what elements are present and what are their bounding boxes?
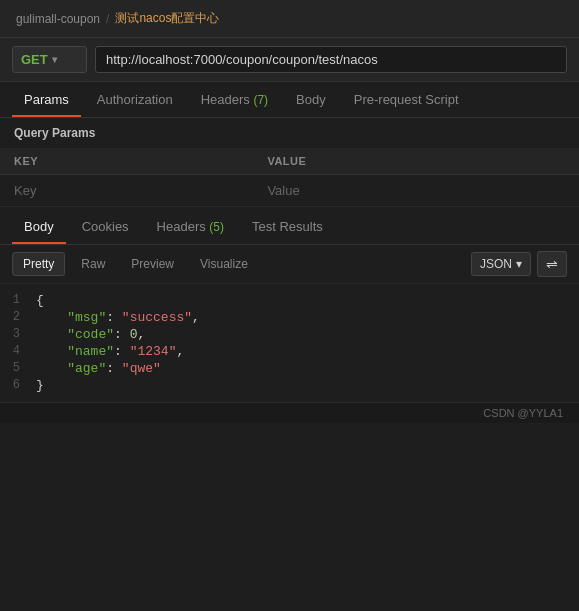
format-pretty-button[interactable]: Pretty	[12, 252, 65, 276]
json-format-dropdown[interactable]: JSON ▾	[471, 252, 531, 276]
method-chevron-icon: ▾	[52, 54, 57, 65]
params-table: KEY VALUE Key Value	[0, 148, 579, 207]
wrap-icon[interactable]: ⇌	[537, 251, 567, 277]
code-area: 1 { 2 "msg": "success", 3 "code": 0, 4 "…	[0, 284, 579, 402]
format-visualize-button[interactable]: Visualize	[190, 253, 258, 275]
url-input[interactable]	[95, 46, 567, 73]
tab-prerequest[interactable]: Pre-request Script	[342, 82, 471, 117]
code-kv-name: "name": "1234",	[36, 344, 579, 359]
table-row: Key Value	[0, 175, 579, 207]
footer: CSDN @YYLA1	[0, 402, 579, 423]
code-line-5: 5 "age": "qwe"	[0, 360, 579, 377]
tab-params[interactable]: Params	[12, 82, 81, 117]
code-line-1: 1 {	[0, 292, 579, 309]
code-brace-open: {	[36, 293, 579, 308]
line-number: 6	[0, 378, 36, 392]
resp-tab-cookies[interactable]: Cookies	[70, 209, 141, 244]
format-preview-button[interactable]: Preview	[121, 253, 184, 275]
tab-headers[interactable]: Headers (7)	[189, 82, 280, 117]
wrap-lines-icon: ⇌	[546, 256, 558, 272]
resp-tab-test-results[interactable]: Test Results	[240, 209, 335, 244]
key-cell[interactable]: Key	[0, 175, 253, 207]
line-number: 2	[0, 310, 36, 324]
value-cell[interactable]: Value	[253, 175, 579, 207]
breadcrumb-separator: /	[106, 12, 109, 26]
response-section: Body Cookies Headers (5) Test Results Pr…	[0, 209, 579, 402]
resp-tab-body[interactable]: Body	[12, 209, 66, 244]
value-column-header: VALUE	[253, 148, 579, 175]
footer-text: CSDN @YYLA1	[483, 407, 563, 419]
method-dropdown[interactable]: GET ▾	[12, 46, 87, 73]
line-number: 4	[0, 344, 36, 358]
tab-authorization[interactable]: Authorization	[85, 82, 185, 117]
breadcrumb-parent[interactable]: gulimall-coupon	[16, 12, 100, 26]
code-kv-msg: "msg": "success",	[36, 310, 579, 325]
method-label: GET	[21, 52, 48, 67]
url-bar: GET ▾	[0, 38, 579, 82]
line-number: 3	[0, 327, 36, 341]
key-column-header: KEY	[0, 148, 253, 175]
code-kv-age: "age": "qwe"	[36, 361, 579, 376]
tab-body[interactable]: Body	[284, 82, 338, 117]
breadcrumb: gulimall-coupon / 测试nacos配置中心	[0, 0, 579, 38]
format-raw-button[interactable]: Raw	[71, 253, 115, 275]
format-bar: Pretty Raw Preview Visualize JSON ▾ ⇌	[0, 245, 579, 284]
code-kv-code: "code": 0,	[36, 327, 579, 342]
headers-badge: (7)	[253, 93, 268, 107]
json-format-label: JSON	[480, 257, 512, 271]
line-number: 5	[0, 361, 36, 375]
code-line-6: 6 }	[0, 377, 579, 394]
code-line-3: 3 "code": 0,	[0, 326, 579, 343]
query-params-label: Query Params	[0, 118, 579, 148]
request-tabs: Params Authorization Headers (7) Body Pr…	[0, 82, 579, 118]
code-line-2: 2 "msg": "success",	[0, 309, 579, 326]
resp-headers-badge: (5)	[209, 220, 224, 234]
breadcrumb-current[interactable]: 测试nacos配置中心	[115, 10, 219, 27]
code-line-4: 4 "name": "1234",	[0, 343, 579, 360]
line-number: 1	[0, 293, 36, 307]
resp-tab-headers[interactable]: Headers (5)	[145, 209, 236, 244]
response-tabs: Body Cookies Headers (5) Test Results	[0, 209, 579, 245]
code-brace-close: }	[36, 378, 579, 393]
json-format-chevron-icon: ▾	[516, 257, 522, 271]
